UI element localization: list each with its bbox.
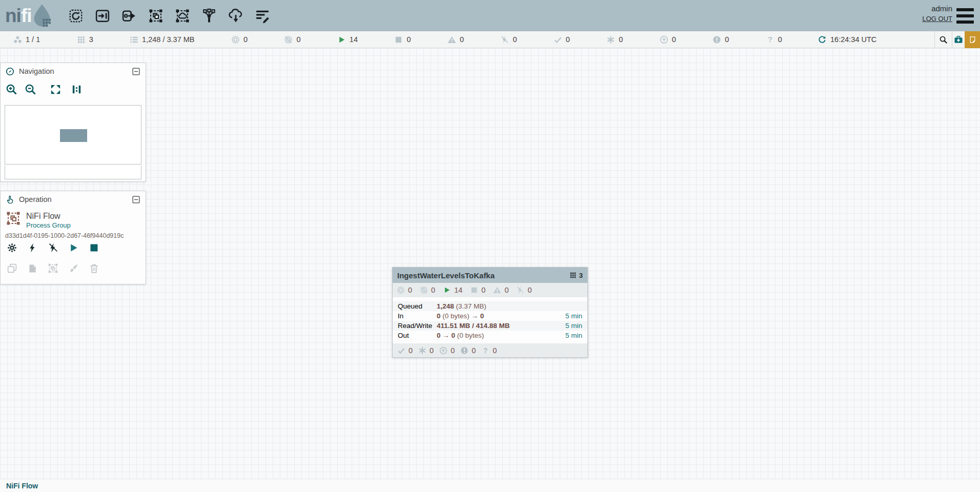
flow-canvas[interactable]: IngestWaterLevelsToKafka 3 0 0 14 0 0 0 … — [0, 48, 980, 479]
zoom-actual-size-icon[interactable] — [71, 84, 83, 95]
stopped-status: 0 — [394, 35, 411, 44]
locally-modified-stale-status: 0 — [712, 35, 729, 44]
disable-bolt-slash-icon[interactable] — [48, 241, 68, 254]
running-play-icon — [337, 35, 346, 44]
transmitting-icon — [397, 286, 405, 294]
stale-status: 0 — [660, 35, 676, 44]
label-icon[interactable] — [249, 0, 276, 31]
grid-icon — [569, 272, 577, 279]
collapse-icon[interactable] — [132, 195, 140, 204]
selected-component-id: d33d1d4f-0195-1000-2d67-46f9440d919c — [5, 232, 124, 239]
current-user: admin — [922, 4, 952, 13]
process-group-stats: Queued 1,248 (3.37 MB) In 0 (0 bytes) → … — [393, 301, 587, 340]
minimap-component-rect[interactable] — [60, 129, 87, 142]
process-group-badge: 3 — [569, 272, 583, 279]
bulletin-board-button[interactable] — [965, 31, 980, 48]
compass-icon — [6, 67, 14, 76]
not-transmitting-status: 0 — [284, 35, 300, 44]
exclamation-circle-icon — [460, 346, 468, 355]
sync-failure-status: 0 — [766, 35, 782, 44]
stat-row-in: In 0 (0 bytes) → 0 5 min — [393, 311, 587, 321]
stat-row-out: Out 0 → 0 (0 bytes) 5 min — [393, 331, 587, 340]
navigation-header: Navigation — [1, 63, 146, 79]
stopped-square-icon — [470, 286, 478, 294]
selected-component-type: Process Group — [26, 221, 71, 229]
template-icon[interactable] — [222, 0, 249, 31]
locally-modified-asterisk-icon — [606, 35, 615, 44]
component-toolbar — [63, 0, 276, 31]
collapse-icon[interactable] — [132, 67, 140, 76]
stop-square-icon[interactable] — [89, 241, 109, 254]
pg-running: 14 — [443, 286, 462, 294]
medkit-icon — [954, 35, 963, 44]
operation-header: Operation — [1, 191, 146, 208]
global-menu-icon[interactable] — [956, 8, 974, 24]
locally-modified-status: 0 — [606, 35, 623, 44]
zoom-fit-icon[interactable] — [50, 84, 62, 95]
stopped-square-icon — [394, 35, 403, 44]
not-transmitting-icon — [420, 286, 428, 294]
search-button[interactable] — [935, 31, 952, 48]
logo-text-ni: ni — [5, 5, 21, 27]
processor-icon[interactable] — [63, 0, 89, 31]
not-transmitting-icon — [284, 35, 293, 44]
status-items: 1 / 1 3 1,248 / 3.37 MB 0 0 14 0 0 0 0 0… — [13, 31, 782, 48]
pg-stopped: 0 — [470, 286, 485, 294]
invalid-status: 0 — [447, 35, 464, 44]
active-threads-status: 3 — [77, 35, 93, 44]
logout-link[interactable]: LOG OUT — [922, 15, 952, 23]
operation-panel: Operation NiFi Flow Process Group d33d1d… — [0, 191, 146, 284]
process-group-version-strip: 0 0 0 0 0 — [393, 343, 587, 357]
start-play-icon[interactable] — [68, 241, 89, 254]
copy-icon[interactable] — [7, 262, 27, 274]
question-icon — [481, 346, 489, 355]
selected-component-name: NiFi Flow — [26, 212, 60, 221]
nifi-logo: nifi — [5, 3, 52, 29]
group-icon[interactable] — [48, 262, 68, 274]
refresh-icon — [818, 35, 826, 44]
queued-status: 1,248 / 3.37 MB — [130, 35, 194, 44]
pg-disabled: 0 — [516, 286, 532, 294]
disabled-status: 0 — [500, 35, 517, 44]
birdseye-minimap[interactable] — [5, 105, 141, 165]
disabled-bolt-slash-icon — [500, 35, 509, 44]
output-port-icon[interactable] — [116, 0, 142, 31]
operation-actions-row2 — [7, 262, 109, 274]
funnel-icon[interactable] — [196, 0, 222, 31]
threads-grid-icon — [77, 35, 86, 44]
process-group-icon[interactable] — [142, 0, 169, 31]
running-status: 14 — [337, 35, 358, 44]
color-brush-icon[interactable] — [68, 262, 89, 274]
hand-icon — [6, 195, 14, 204]
process-group-status-strip: 0 0 14 0 0 0 — [393, 283, 587, 297]
zoom-in-icon[interactable] — [6, 84, 17, 95]
process-group-component[interactable]: IngestWaterLevelsToKafka 3 0 0 14 0 0 0 … — [392, 267, 588, 358]
nifi-droplet-icon — [32, 4, 52, 28]
breadcrumb: NiFi Flow — [0, 479, 980, 492]
medkit-button[interactable] — [952, 31, 965, 48]
process-group-header: IngestWaterLevelsToKafka 3 — [393, 268, 587, 283]
enable-bolt-icon[interactable] — [27, 241, 48, 254]
remote-process-group-icon[interactable] — [169, 0, 196, 31]
up-to-date-status: 0 — [554, 35, 570, 44]
paste-icon[interactable] — [27, 262, 48, 274]
operation-actions-row1 — [7, 241, 109, 254]
search-icon — [939, 35, 948, 44]
breadcrumb-root-link[interactable]: NiFi Flow — [6, 482, 38, 490]
logo-text-fi: fi — [21, 5, 32, 27]
invalid-warning-icon — [447, 35, 456, 44]
process-group-name: IngestWaterLevelsToKafka — [397, 271, 569, 280]
refresh-time: 16:24:34 UTC — [830, 35, 876, 44]
arrow-up-circle-icon — [439, 346, 447, 355]
pg-not-transmitting: 0 — [420, 286, 435, 294]
stat-row-readwrite: Read/Write 411.51 MB / 414.88 MB 5 min — [393, 321, 587, 331]
pg-stale: 0 — [439, 346, 455, 355]
minimap-footer — [5, 166, 141, 179]
delete-trash-icon[interactable] — [89, 262, 109, 274]
navigation-title: Navigation — [19, 67, 127, 75]
cluster-status: 1 / 1 — [13, 35, 40, 44]
refresh-status[interactable]: 16:24:34 UTC — [818, 31, 876, 48]
configure-gear-icon[interactable] — [7, 241, 27, 254]
zoom-out-icon[interactable] — [25, 84, 36, 95]
input-port-icon[interactable] — [89, 0, 116, 31]
